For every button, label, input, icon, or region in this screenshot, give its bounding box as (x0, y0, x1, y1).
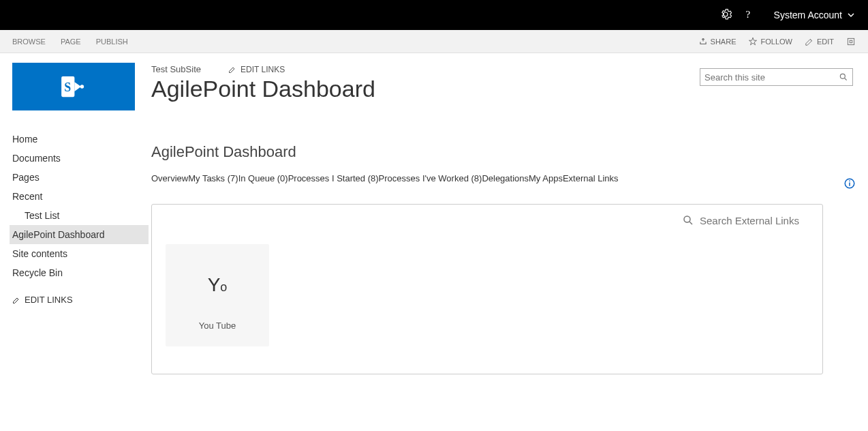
panel-search-input[interactable] (700, 215, 809, 226)
ribbon-tab-page[interactable]: PAGE (61, 38, 81, 46)
nav-test-list[interactable]: Test List (12, 206, 149, 225)
nav-recycle-bin[interactable]: Recycle Bin (12, 263, 149, 282)
tile-youtube[interactable]: Yo You Tube (166, 244, 269, 346)
ribbon: BROWSE PAGE PUBLISH SHARE FOLLOW EDIT (0, 30, 868, 53)
suite-bar: ? System Account (0, 0, 868, 30)
external-links-panel: Yo You Tube (151, 204, 823, 374)
svg-point-9 (684, 216, 690, 222)
section-title: AgilePoint Dashboard (151, 143, 856, 161)
tab-delegations[interactable]: Delegations (482, 173, 529, 183)
tab-processes-started[interactable]: Processes I Started (8) (288, 173, 379, 183)
nav-site-contents[interactable]: Site contents (12, 244, 149, 263)
svg-rect-2 (850, 40, 852, 43)
edit-links-top[interactable]: EDIT LINKS (228, 65, 285, 74)
tab-external-links[interactable]: External Links (563, 173, 619, 183)
pencil-icon (12, 296, 20, 304)
nav-recent[interactable]: Recent (12, 187, 149, 206)
nav-agilepoint-dashboard[interactable]: AgilePoint Dashboard (10, 225, 149, 244)
search-icon[interactable] (839, 72, 848, 82)
tile-icon: Yo (208, 274, 228, 296)
edit-button[interactable]: EDIT (805, 37, 834, 46)
svg-text:S: S (64, 80, 71, 94)
follow-button[interactable]: FOLLOW (748, 37, 792, 46)
pencil-icon (228, 65, 236, 74)
info-icon[interactable] (843, 177, 856, 192)
svg-rect-1 (848, 38, 854, 44)
tab-processes-worked[interactable]: Processes I've Worked (8) (379, 173, 482, 183)
share-button[interactable]: SHARE (698, 37, 737, 46)
site-search-input[interactable] (704, 72, 839, 83)
panel-search[interactable] (682, 214, 809, 226)
tab-my-apps[interactable]: My Apps (529, 173, 563, 183)
site-logo[interactable]: S (12, 63, 135, 110)
nav-pages[interactable]: Pages (12, 168, 149, 187)
help-icon[interactable]: ? (743, 8, 755, 23)
chevron-down-icon (848, 10, 854, 20)
tab-in-queue[interactable]: In Queue (0) (238, 173, 288, 183)
breadcrumb[interactable]: Test SubSite (151, 64, 201, 74)
site-search[interactable] (700, 68, 853, 86)
user-name: System Account (774, 10, 842, 20)
left-nav: Home Documents Pages Recent Test List Ag… (12, 130, 149, 309)
tile-label: You Tube (199, 321, 236, 331)
svg-text:?: ? (745, 8, 750, 19)
svg-point-10 (840, 74, 845, 78)
ribbon-tab-browse[interactable]: BROWSE (12, 38, 46, 46)
svg-rect-8 (849, 181, 850, 182)
gear-icon[interactable] (719, 8, 732, 23)
nav-edit-links[interactable]: EDIT LINKS (12, 291, 149, 309)
focus-icon[interactable] (846, 37, 856, 46)
nav-documents[interactable]: Documents (12, 149, 149, 168)
svg-rect-7 (849, 183, 850, 186)
nav-home[interactable]: Home (12, 130, 149, 149)
svg-point-5 (80, 85, 84, 89)
ribbon-tab-publish[interactable]: PUBLISH (96, 38, 128, 46)
tab-overview[interactable]: Overview (151, 173, 188, 183)
tab-my-tasks[interactable]: My Tasks (7) (188, 173, 238, 183)
user-menu[interactable]: System Account (774, 10, 854, 20)
search-icon (682, 214, 694, 226)
